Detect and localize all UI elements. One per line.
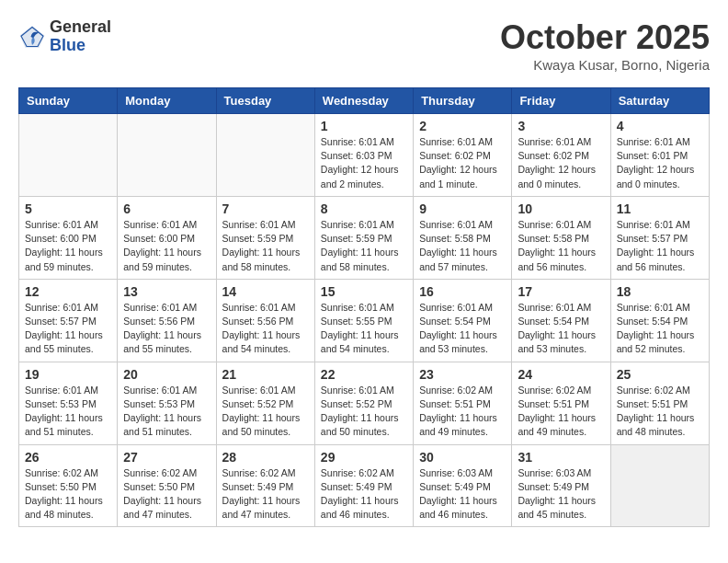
day-info: Sunrise: 6:01 AM Sunset: 5:56 PM Dayligh… xyxy=(222,301,309,357)
logo-icon xyxy=(18,23,46,51)
day-number: 13 xyxy=(123,284,210,299)
weekday-header: Monday xyxy=(118,88,216,114)
calendar-day xyxy=(19,114,118,197)
day-info: Sunrise: 6:03 AM Sunset: 5:49 PM Dayligh… xyxy=(419,466,506,523)
day-info: Sunrise: 6:01 AM Sunset: 5:54 PM Dayligh… xyxy=(617,301,703,357)
day-info: Sunrise: 6:02 AM Sunset: 5:50 PM Dayligh… xyxy=(123,466,210,523)
calendar-day: 2Sunrise: 6:01 AM Sunset: 6:02 PM Daylig… xyxy=(414,114,512,197)
weekday-header: Saturday xyxy=(610,88,709,114)
calendar-day: 16Sunrise: 6:01 AM Sunset: 5:54 PM Dayli… xyxy=(414,279,512,362)
calendar-day: 4Sunrise: 6:01 AM Sunset: 6:01 PM Daylig… xyxy=(610,114,709,197)
logo-blue: Blue xyxy=(50,37,111,55)
day-info: Sunrise: 6:01 AM Sunset: 5:58 PM Dayligh… xyxy=(518,218,604,274)
day-info: Sunrise: 6:01 AM Sunset: 6:02 PM Dayligh… xyxy=(419,135,506,191)
day-info: Sunrise: 6:01 AM Sunset: 5:54 PM Dayligh… xyxy=(419,301,506,357)
weekday-header-row: SundayMondayTuesdayWednesdayThursdayFrid… xyxy=(19,88,710,114)
day-info: Sunrise: 6:01 AM Sunset: 5:56 PM Dayligh… xyxy=(123,301,210,357)
day-number: 20 xyxy=(123,367,210,382)
calendar-day: 18Sunrise: 6:01 AM Sunset: 5:54 PM Dayli… xyxy=(610,279,709,362)
day-info: Sunrise: 6:02 AM Sunset: 5:49 PM Dayligh… xyxy=(321,466,407,523)
title-block: October 2025 Kwaya Kusar, Borno, Nigeria xyxy=(500,18,710,73)
day-number: 30 xyxy=(419,450,506,465)
day-info: Sunrise: 6:01 AM Sunset: 5:53 PM Dayligh… xyxy=(123,384,210,440)
calendar-day: 8Sunrise: 6:01 AM Sunset: 5:59 PM Daylig… xyxy=(314,196,413,279)
day-number: 8 xyxy=(321,201,407,216)
calendar-day: 11Sunrise: 6:01 AM Sunset: 5:57 PM Dayli… xyxy=(610,196,709,279)
day-info: Sunrise: 6:01 AM Sunset: 5:54 PM Dayligh… xyxy=(518,301,604,357)
day-number: 18 xyxy=(617,284,703,299)
day-number: 29 xyxy=(321,450,407,465)
calendar-day: 12Sunrise: 6:01 AM Sunset: 5:57 PM Dayli… xyxy=(19,279,118,362)
calendar-day: 26Sunrise: 6:02 AM Sunset: 5:50 PM Dayli… xyxy=(19,444,118,527)
day-info: Sunrise: 6:02 AM Sunset: 5:50 PM Dayligh… xyxy=(25,466,111,523)
calendar-day: 7Sunrise: 6:01 AM Sunset: 5:59 PM Daylig… xyxy=(216,196,314,279)
weekday-header: Wednesday xyxy=(314,88,413,114)
day-info: Sunrise: 6:01 AM Sunset: 5:52 PM Dayligh… xyxy=(321,384,407,440)
calendar-day: 9Sunrise: 6:01 AM Sunset: 5:58 PM Daylig… xyxy=(414,196,512,279)
calendar-day: 20Sunrise: 6:01 AM Sunset: 5:53 PM Dayli… xyxy=(118,362,216,444)
calendar-day: 1Sunrise: 6:01 AM Sunset: 6:03 PM Daylig… xyxy=(314,114,413,197)
calendar-day: 3Sunrise: 6:01 AM Sunset: 6:02 PM Daylig… xyxy=(512,114,610,197)
calendar-day: 14Sunrise: 6:01 AM Sunset: 5:56 PM Dayli… xyxy=(216,279,314,362)
weekday-header: Thursday xyxy=(414,88,512,114)
day-info: Sunrise: 6:01 AM Sunset: 5:55 PM Dayligh… xyxy=(321,301,407,357)
day-number: 9 xyxy=(419,201,506,216)
day-number: 14 xyxy=(222,284,309,299)
weekday-header: Tuesday xyxy=(216,88,314,114)
day-number: 27 xyxy=(123,450,210,465)
calendar-day xyxy=(216,114,314,197)
day-number: 7 xyxy=(222,201,309,216)
calendar-week-row: 19Sunrise: 6:01 AM Sunset: 5:53 PM Dayli… xyxy=(19,362,710,444)
day-number: 31 xyxy=(518,450,604,465)
calendar-day: 10Sunrise: 6:01 AM Sunset: 5:58 PM Dayli… xyxy=(512,196,610,279)
day-number: 4 xyxy=(617,119,703,133)
calendar-day: 15Sunrise: 6:01 AM Sunset: 5:55 PM Dayli… xyxy=(314,279,413,362)
day-info: Sunrise: 6:01 AM Sunset: 6:03 PM Dayligh… xyxy=(321,135,407,191)
calendar-day: 13Sunrise: 6:01 AM Sunset: 5:56 PM Dayli… xyxy=(118,279,216,362)
calendar-day: 27Sunrise: 6:02 AM Sunset: 5:50 PM Dayli… xyxy=(118,444,216,527)
day-info: Sunrise: 6:01 AM Sunset: 5:53 PM Dayligh… xyxy=(25,384,111,440)
calendar-day: 19Sunrise: 6:01 AM Sunset: 5:53 PM Dayli… xyxy=(19,362,118,444)
logo: General Blue xyxy=(18,18,111,55)
day-number: 5 xyxy=(25,201,111,216)
month-title: October 2025 xyxy=(500,18,710,57)
day-number: 26 xyxy=(25,450,111,465)
calendar-day: 17Sunrise: 6:01 AM Sunset: 5:54 PM Dayli… xyxy=(512,279,610,362)
page-header: General Blue October 2025 Kwaya Kusar, B… xyxy=(18,18,710,73)
day-number: 16 xyxy=(419,284,506,299)
day-number: 22 xyxy=(321,367,407,382)
calendar-day xyxy=(610,444,709,527)
calendar-day: 28Sunrise: 6:02 AM Sunset: 5:49 PM Dayli… xyxy=(216,444,314,527)
day-number: 28 xyxy=(222,450,309,465)
day-number: 21 xyxy=(222,367,309,382)
day-info: Sunrise: 6:01 AM Sunset: 6:02 PM Dayligh… xyxy=(518,135,604,191)
day-info: Sunrise: 6:02 AM Sunset: 5:51 PM Dayligh… xyxy=(518,384,604,440)
day-number: 23 xyxy=(419,367,506,382)
day-info: Sunrise: 6:01 AM Sunset: 5:52 PM Dayligh… xyxy=(222,384,309,440)
calendar-week-row: 26Sunrise: 6:02 AM Sunset: 5:50 PM Dayli… xyxy=(19,444,710,527)
day-info: Sunrise: 6:01 AM Sunset: 6:00 PM Dayligh… xyxy=(123,218,210,274)
calendar-day: 21Sunrise: 6:01 AM Sunset: 5:52 PM Dayli… xyxy=(216,362,314,444)
day-info: Sunrise: 6:01 AM Sunset: 5:59 PM Dayligh… xyxy=(222,218,309,274)
calendar-week-row: 12Sunrise: 6:01 AM Sunset: 5:57 PM Dayli… xyxy=(19,279,710,362)
logo-general: General xyxy=(50,18,111,37)
calendar-week-row: 5Sunrise: 6:01 AM Sunset: 6:00 PM Daylig… xyxy=(19,196,710,279)
day-number: 6 xyxy=(123,201,210,216)
day-number: 3 xyxy=(518,119,604,133)
day-number: 11 xyxy=(617,201,703,216)
calendar-day: 23Sunrise: 6:02 AM Sunset: 5:51 PM Dayli… xyxy=(414,362,512,444)
logo-text: General Blue xyxy=(50,18,111,55)
day-number: 17 xyxy=(518,284,604,299)
day-number: 19 xyxy=(25,367,111,382)
calendar-day: 30Sunrise: 6:03 AM Sunset: 5:49 PM Dayli… xyxy=(414,444,512,527)
calendar-day: 25Sunrise: 6:02 AM Sunset: 5:51 PM Dayli… xyxy=(610,362,709,444)
day-info: Sunrise: 6:02 AM Sunset: 5:49 PM Dayligh… xyxy=(222,466,309,523)
location: Kwaya Kusar, Borno, Nigeria xyxy=(500,57,710,73)
day-number: 15 xyxy=(321,284,407,299)
day-info: Sunrise: 6:01 AM Sunset: 5:57 PM Dayligh… xyxy=(25,301,111,357)
weekday-header: Sunday xyxy=(19,88,118,114)
calendar-day: 6Sunrise: 6:01 AM Sunset: 6:00 PM Daylig… xyxy=(118,196,216,279)
day-number: 25 xyxy=(617,367,703,382)
day-info: Sunrise: 6:01 AM Sunset: 5:59 PM Dayligh… xyxy=(321,218,407,274)
day-info: Sunrise: 6:03 AM Sunset: 5:49 PM Dayligh… xyxy=(518,466,604,523)
